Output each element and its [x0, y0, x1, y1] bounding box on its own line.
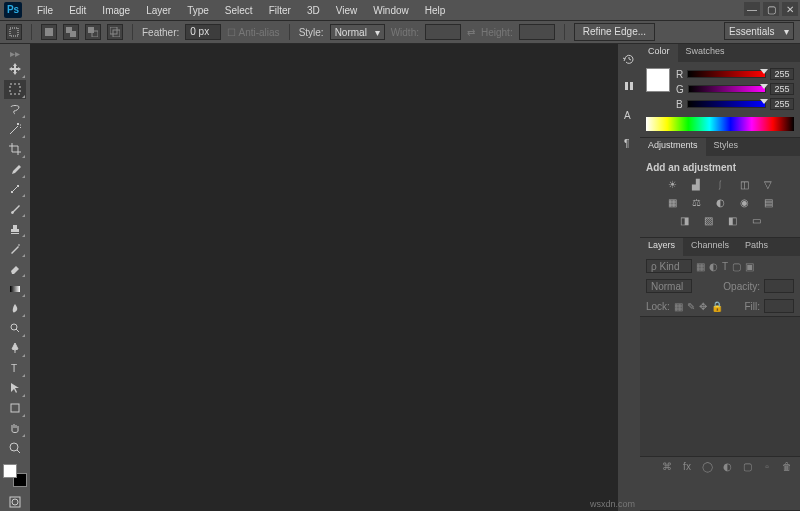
brush-preset-icon[interactable] — [620, 78, 638, 96]
eyedropper-tool[interactable] — [4, 160, 26, 179]
gradient-tool[interactable] — [4, 279, 26, 298]
path-select-tool[interactable] — [4, 379, 26, 398]
r-value[interactable]: 255 — [770, 68, 794, 80]
levels-icon[interactable]: ▟ — [688, 177, 704, 191]
menu-help[interactable]: Help — [418, 3, 453, 18]
add-selection-icon[interactable] — [63, 24, 79, 40]
tool-preset-picker[interactable] — [6, 24, 22, 40]
refine-edge-button[interactable]: Refine Edge... — [574, 23, 655, 41]
vibrance-icon[interactable]: ▽ — [760, 177, 776, 191]
minimize-button[interactable]: — — [744, 2, 760, 16]
menu-filter[interactable]: Filter — [262, 3, 298, 18]
new-group-icon[interactable]: ▢ — [740, 460, 754, 474]
canvas-area[interactable] — [30, 44, 618, 511]
layer-mask-icon[interactable]: ◯ — [700, 460, 714, 474]
options-bar: Feather: 0 px ☐ Anti-alias Style: Normal… — [0, 20, 800, 44]
hand-tool[interactable] — [4, 419, 26, 438]
quickmask-toggle[interactable] — [4, 492, 26, 511]
menu-window[interactable]: Window — [366, 3, 416, 18]
svg-rect-12 — [11, 404, 19, 412]
channel-mixer-icon[interactable]: ▤ — [760, 195, 776, 209]
history-brush-tool[interactable] — [4, 239, 26, 258]
b-slider[interactable] — [687, 100, 766, 108]
foreground-background-colors[interactable] — [3, 464, 27, 487]
subtract-selection-icon[interactable] — [85, 24, 101, 40]
style-select[interactable]: Normal▾ — [330, 24, 385, 40]
new-fill-icon[interactable]: ◐ — [720, 460, 734, 474]
new-selection-icon[interactable] — [41, 24, 57, 40]
filter-pixel-icon[interactable]: ▦ — [696, 261, 705, 272]
menu-view[interactable]: View — [329, 3, 365, 18]
character-icon[interactable]: A — [620, 106, 638, 124]
layers-list[interactable] — [640, 316, 800, 456]
hue-icon[interactable]: ▦ — [664, 195, 680, 209]
paragraph-icon[interactable]: ¶ — [620, 134, 638, 152]
close-button[interactable]: ✕ — [782, 2, 798, 16]
workspace-selector[interactable]: Essentials▾ — [724, 22, 794, 40]
menu-type[interactable]: Type — [180, 3, 216, 18]
eraser-tool[interactable] — [4, 259, 26, 278]
height-input — [519, 24, 555, 40]
balance-icon[interactable]: ⚖ — [688, 195, 704, 209]
toolbar-collapse[interactable]: ▸▸ — [0, 48, 30, 59]
menu-layer[interactable]: Layer — [139, 3, 178, 18]
color-spectrum[interactable] — [646, 117, 794, 131]
menu-3d[interactable]: 3D — [300, 3, 327, 18]
filter-shape-icon[interactable]: ▢ — [732, 261, 741, 272]
lock-pos-icon: ✥ — [699, 301, 707, 312]
menu-file[interactable]: File — [30, 3, 60, 18]
delete-layer-icon[interactable]: 🗑 — [780, 460, 794, 474]
wand-tool[interactable] — [4, 120, 26, 139]
marquee-tool[interactable] — [4, 80, 26, 99]
tab-channels[interactable]: Channels — [683, 238, 737, 256]
filter-adjust-icon[interactable]: ◐ — [709, 261, 718, 272]
invert-icon[interactable]: ◨ — [676, 213, 692, 227]
lasso-tool[interactable] — [4, 100, 26, 119]
feather-input[interactable]: 0 px — [185, 24, 221, 40]
pen-tool[interactable] — [4, 339, 26, 358]
threshold-icon[interactable]: ◧ — [724, 213, 740, 227]
menu-edit[interactable]: Edit — [62, 3, 93, 18]
blur-tool[interactable] — [4, 299, 26, 318]
tab-layers[interactable]: Layers — [640, 238, 683, 256]
tab-adjustments[interactable]: Adjustments — [640, 138, 706, 156]
stamp-tool[interactable] — [4, 219, 26, 238]
gradient-map-icon[interactable]: ▭ — [748, 213, 764, 227]
crop-tool[interactable] — [4, 140, 26, 159]
brush-tool[interactable] — [4, 199, 26, 218]
curves-icon[interactable]: ⎰ — [712, 177, 728, 191]
dodge-tool[interactable] — [4, 319, 26, 338]
layer-filter-select[interactable]: ρ Kind — [646, 259, 692, 273]
exposure-icon[interactable]: ◫ — [736, 177, 752, 191]
g-value[interactable]: 255 — [770, 83, 794, 95]
healing-tool[interactable] — [4, 180, 26, 199]
filter-type-icon[interactable]: T — [722, 261, 728, 272]
intersect-selection-icon[interactable] — [107, 24, 123, 40]
layer-fx-icon[interactable]: fx — [680, 460, 694, 474]
tab-color[interactable]: Color — [640, 44, 678, 62]
type-tool[interactable]: T — [4, 359, 26, 378]
tab-paths[interactable]: Paths — [737, 238, 776, 256]
blend-mode-select: Normal — [646, 279, 692, 293]
tab-styles[interactable]: Styles — [706, 138, 747, 156]
tab-swatches[interactable]: Swatches — [678, 44, 733, 62]
move-tool[interactable] — [4, 60, 26, 79]
b-value[interactable]: 255 — [770, 98, 794, 110]
bw-icon[interactable]: ◐ — [712, 195, 728, 209]
menu-image[interactable]: Image — [95, 3, 137, 18]
maximize-button[interactable]: ▢ — [763, 2, 779, 16]
posterize-icon[interactable]: ▨ — [700, 213, 716, 227]
photo-filter-icon[interactable]: ◉ — [736, 195, 752, 209]
g-slider[interactable] — [688, 85, 766, 93]
new-layer-icon[interactable]: ▫ — [760, 460, 774, 474]
brightness-icon[interactable]: ☀ — [664, 177, 680, 191]
menu-select[interactable]: Select — [218, 3, 260, 18]
color-preview-swatch[interactable] — [646, 68, 670, 92]
r-slider[interactable] — [687, 70, 766, 78]
shape-tool[interactable] — [4, 399, 26, 418]
foreground-color-swatch[interactable] — [3, 464, 17, 478]
history-icon[interactable] — [620, 50, 638, 68]
zoom-tool[interactable] — [4, 439, 26, 458]
link-layers-icon[interactable]: ⌘ — [660, 460, 674, 474]
filter-smart-icon[interactable]: ▣ — [745, 261, 754, 272]
